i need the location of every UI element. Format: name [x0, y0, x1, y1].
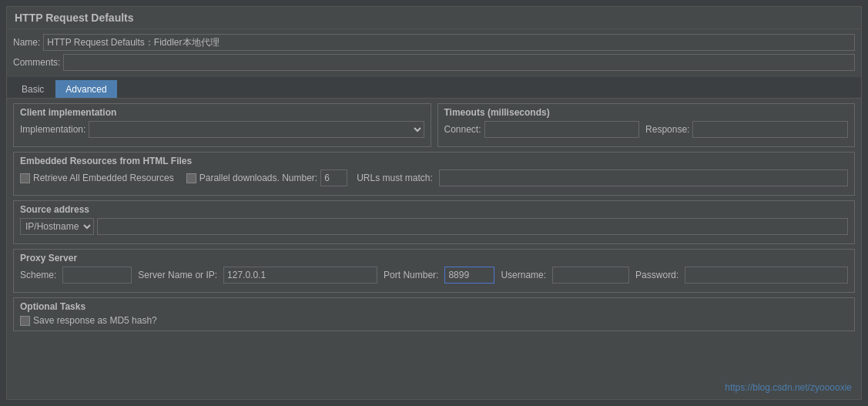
name-input[interactable]	[43, 34, 855, 51]
panel-title: HTTP Request Defaults	[7, 7, 861, 29]
parallel-downloads-checkbox-label[interactable]: Parallel downloads. Number:	[186, 173, 317, 183]
proxy-server-title: Proxy Server	[20, 253, 848, 263]
parallel-downloads-label: Parallel downloads. Number:	[199, 173, 317, 183]
timeouts-title: Timeouts (milliseconds)	[444, 107, 849, 118]
username-label: Username:	[501, 270, 546, 280]
save-md5-checkbox-label[interactable]: Save response as MD5 hash?	[20, 315, 848, 326]
retrieve-embedded-checkbox[interactable]	[20, 173, 30, 183]
save-md5-label: Save response as MD5 hash?	[33, 315, 157, 326]
username-input[interactable]	[552, 267, 629, 284]
retrieve-embedded-label: Retrieve All Embedded Resources	[33, 173, 174, 183]
password-label: Password:	[635, 270, 679, 280]
password-input[interactable]	[685, 267, 848, 284]
parallel-number-input[interactable]	[320, 169, 347, 186]
source-address-type-select[interactable]: IP/Hostname	[20, 218, 94, 235]
embedded-resources-title: Embedded Resources from HTML Files	[20, 156, 848, 166]
comments-label: Comments:	[13, 57, 60, 68]
urls-must-match-input[interactable]	[439, 169, 848, 186]
timeouts-section: Timeouts (milliseconds) Connect: Respons…	[437, 103, 856, 147]
implementation-label: Implementation:	[20, 124, 85, 135]
source-address-input[interactable]	[97, 218, 848, 235]
server-input[interactable]	[223, 267, 377, 284]
tabs-bar: Basic Advanced	[7, 77, 861, 99]
implementation-select[interactable]	[89, 121, 424, 138]
proxy-server-section: Proxy Server Scheme: Server Name or IP: …	[13, 249, 855, 293]
name-label: Name:	[13, 37, 40, 48]
comments-input[interactable]	[63, 54, 855, 71]
save-md5-checkbox[interactable]	[20, 316, 30, 326]
connect-input[interactable]	[484, 121, 640, 138]
port-label: Port Number:	[384, 270, 438, 280]
embedded-resources-section: Embedded Resources from HTML Files Retri…	[13, 152, 855, 196]
client-implementation-section: Client implementation Implementation:	[13, 103, 431, 147]
source-address-title: Source address	[20, 204, 848, 215]
optional-tasks-title: Optional Tasks	[20, 301, 848, 312]
scheme-label: Scheme:	[20, 270, 56, 280]
urls-must-match-label: URLs must match:	[357, 173, 433, 183]
connect-label: Connect:	[444, 124, 481, 135]
tab-advanced[interactable]: Advanced	[55, 80, 116, 98]
source-address-section: Source address IP/Hostname	[13, 200, 855, 244]
client-impl-title: Client implementation	[20, 107, 424, 118]
parallel-downloads-checkbox[interactable]	[186, 173, 196, 183]
footer-link[interactable]: https://blog.csdn.net/zyooooxie	[725, 382, 852, 393]
retrieve-embedded-checkbox-label[interactable]: Retrieve All Embedded Resources	[20, 173, 174, 183]
response-label: Response:	[645, 124, 689, 135]
optional-tasks-section: Optional Tasks Save response as MD5 hash…	[13, 297, 855, 331]
scheme-input[interactable]	[62, 267, 132, 284]
port-input[interactable]	[444, 267, 494, 284]
server-label: Server Name or IP:	[138, 270, 217, 280]
advanced-tab-content: Client implementation Implementation: Ti…	[7, 99, 861, 341]
tab-basic[interactable]: Basic	[12, 80, 54, 98]
response-input[interactable]	[692, 121, 848, 138]
